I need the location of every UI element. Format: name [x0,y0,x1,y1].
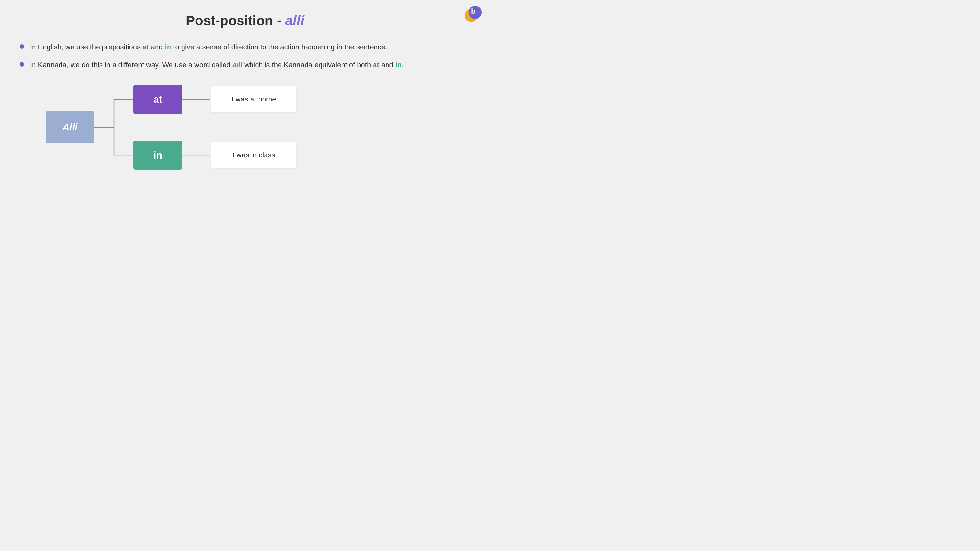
in-label: in [153,149,162,161]
logo: b [465,6,484,25]
page-title: Post-position - alli [19,13,471,29]
in-highlight-1: in [165,43,172,51]
bullet-dot-2 [19,62,24,67]
bullet-list: In English, we use the prepositions at a… [19,41,471,70]
logo-letter: b [471,7,476,16]
in-highlight-2: in [395,61,402,69]
title-prefix: Post-position - [186,13,285,28]
at-highlight-1: at [143,43,149,51]
bullet-item-2: In Kannada, we do this in a different wa… [19,60,471,70]
result-at-box: I was at home [212,86,296,112]
slide: b Post-position - alli In English, we us… [0,0,490,275]
alli-highlight: alli [232,61,242,69]
at-highlight-2: at [373,61,379,69]
alli-label: Alli [62,122,78,133]
result-in-text: I was in class [233,151,275,159]
bullet-dot-1 [19,44,24,49]
result-at-text: I was at home [232,95,276,103]
title-alli: alli [285,13,304,28]
result-in-box: I was in class [212,142,296,168]
at-box: at [134,84,182,114]
bullet-text-1: In English, we use the prepositions at a… [30,41,387,52]
alli-box: Alli [46,111,94,143]
in-box: in [134,141,182,170]
at-label: at [153,93,162,105]
diagram: Alli at in I was at home I was in class [46,80,299,178]
bullet-item-1: In English, we use the prepositions at a… [19,41,471,52]
bullet-text-2: In Kannada, we do this in a different wa… [30,60,404,70]
